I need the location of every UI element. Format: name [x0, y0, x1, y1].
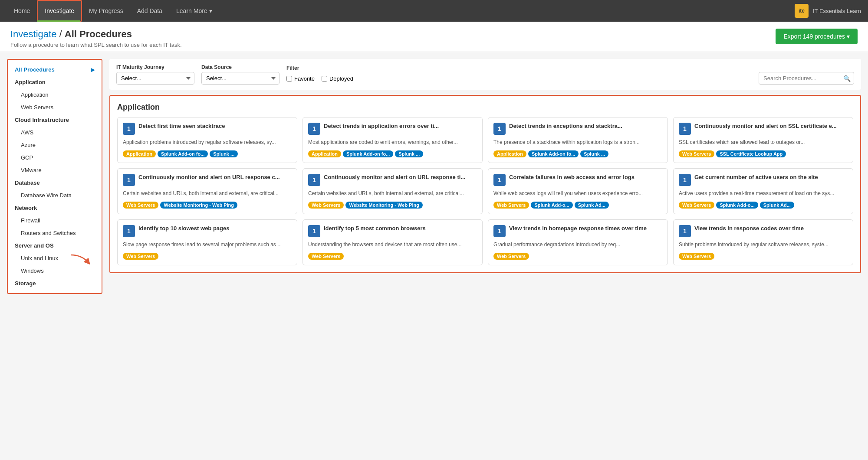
proc-tag[interactable]: Splunk Add-o... — [531, 202, 572, 209]
filters-bar: IT Maturity Journey Select... Data Sourc… — [109, 59, 861, 90]
proc-tag[interactable]: Splunk ... — [210, 150, 238, 157]
proc-tag[interactable]: Splunk Add-on fo... — [528, 150, 579, 157]
proc-description: The presence of a stacktrace within appl… — [493, 138, 662, 146]
procedure-card[interactable]: 1Continuously monitor and alert on URL r… — [302, 168, 483, 214]
section-title: Application — [117, 103, 853, 112]
proc-tag[interactable]: Web Servers — [493, 253, 529, 260]
sidebar-item-gcp[interactable]: GCP — [8, 151, 102, 164]
nav-investigate[interactable]: Investigate — [37, 0, 82, 22]
proc-description: Subtle problems introduced by regular so… — [679, 241, 848, 248]
procedure-card[interactable]: 1Continuously monitor and alert on SSL c… — [673, 117, 853, 163]
breadcrumb-area: Investigate / All Procedures Follow a pr… — [0, 22, 868, 52]
sidebar-item-web-servers[interactable]: Web Servers — [8, 101, 102, 114]
data-source-label: Data Source — [201, 64, 279, 70]
proc-tag[interactable]: Web Servers — [308, 202, 344, 209]
procedure-card[interactable]: 1Identify top 10 slowest web pagesSlow p… — [117, 219, 297, 265]
breadcrumb-main[interactable]: Investigate — [10, 29, 56, 39]
proc-number: 1 — [308, 174, 320, 186]
proc-title: Detect trends in exceptions and stacktra… — [509, 123, 622, 130]
sidebar-item-cloud-infrastructure[interactable]: Cloud Infrastructure — [8, 114, 102, 126]
search-button[interactable]: 🔍 — [843, 75, 851, 82]
proc-tag[interactable]: Website Monitoring - Web Ping — [160, 202, 237, 209]
deployed-label: Deployed — [329, 75, 353, 82]
proc-tag[interactable]: Web Servers — [679, 150, 714, 157]
proc-tags: Web Servers — [308, 253, 477, 260]
proc-tag[interactable]: Web Servers — [123, 253, 158, 260]
nav-home[interactable]: Home — [7, 0, 37, 22]
sidebar-item-windows[interactable]: Windows — [8, 264, 102, 277]
proc-tag[interactable]: Splunk Add-o... — [716, 202, 758, 209]
procedure-card[interactable]: 1Detect trends in exceptions and stacktr… — [488, 117, 668, 163]
breadcrumb-sub: All Procedures — [65, 29, 132, 39]
proc-tag[interactable]: Splunk Ad... — [760, 202, 794, 209]
nav-my-progress[interactable]: My Progress — [82, 0, 130, 22]
proc-description: While web access logs will tell you when… — [493, 189, 662, 197]
sidebar-item-server-os[interactable]: Server and OS — [8, 239, 102, 252]
proc-tag[interactable]: SSL Certificate Lookup App — [716, 150, 786, 157]
procedure-card[interactable]: 1View trends in homepage response times … — [488, 219, 668, 265]
nav-learn-more[interactable]: Learn More ▾ — [169, 0, 219, 22]
proc-tag[interactable]: Application — [308, 150, 341, 157]
proc-tag[interactable]: Application — [493, 150, 526, 157]
proc-title: Get current number of active users on th… — [694, 174, 818, 181]
content-area: IT Maturity Journey Select... Data Sourc… — [109, 59, 861, 294]
sidebar-item-firewall[interactable]: Firewall — [8, 214, 102, 227]
favorite-filter[interactable]: Favorite — [286, 75, 315, 82]
proc-number: 1 — [679, 123, 691, 135]
sidebar-item-storage[interactable]: Storage — [8, 277, 102, 290]
procedure-card[interactable]: 1Get current number of active users on t… — [673, 168, 853, 214]
proc-tag[interactable]: Web Servers — [679, 202, 714, 209]
procedure-card[interactable]: 1View trends in response codes over time… — [673, 219, 853, 265]
procedure-card[interactable]: 1Detect first time seen stacktraceApplic… — [117, 117, 297, 163]
proc-tag[interactable]: Splunk Add-on fo... — [343, 150, 393, 157]
procedure-card[interactable]: 1Correlate failures in web access and er… — [488, 168, 668, 214]
proc-tags: Web ServersWebsite Monitoring - Web Ping — [123, 202, 292, 209]
proc-tags: Web Servers — [493, 253, 662, 260]
sidebar-item-application[interactable]: Application — [8, 76, 102, 88]
deployed-filter[interactable]: Deployed — [322, 75, 353, 82]
user-avatar: ite — [795, 4, 809, 18]
proc-tag[interactable]: Web Servers — [123, 202, 158, 209]
data-source-select[interactable]: Select... — [201, 72, 279, 85]
proc-tags: ApplicationSplunk Add-on fo...Splunk ... — [308, 150, 477, 157]
favorite-checkbox[interactable] — [286, 76, 292, 82]
sidebar-item-aws[interactable]: AWS — [8, 126, 102, 139]
sidebar-item-database-wire-data[interactable]: Database Wire Data — [8, 189, 102, 202]
proc-tags: Web Servers — [679, 253, 848, 260]
filter-check-items: Favorite Deployed — [286, 73, 353, 85]
search-input[interactable] — [759, 72, 854, 85]
sidebar-item-routers-switches[interactable]: Routers and Switches — [8, 227, 102, 239]
sidebar-item-network[interactable]: Network — [8, 202, 102, 214]
sidebar-item-vmware[interactable]: VMware — [8, 164, 102, 176]
proc-tag[interactable]: Web Servers — [493, 202, 529, 209]
sidebar-item-azure[interactable]: Azure — [8, 139, 102, 151]
sidebar-item-unix-linux[interactable]: Unix and Linux — [8, 252, 102, 264]
proc-tag[interactable]: Splunk ... — [395, 150, 423, 157]
breadcrumb: Investigate / All Procedures — [10, 29, 182, 40]
it-maturity-label: IT Maturity Journey — [116, 64, 194, 70]
nav-add-data[interactable]: Add Data — [130, 0, 169, 22]
procedure-card[interactable]: 1Continuously monitor and alert on URL r… — [117, 168, 297, 214]
proc-tag[interactable]: Splunk ... — [580, 150, 608, 157]
procedure-card[interactable]: 1Detect trends in application errors ove… — [302, 117, 483, 163]
chevron-right-icon: ▶ — [91, 67, 95, 73]
proc-tag[interactable]: Web Servers — [679, 253, 714, 260]
proc-number: 1 — [123, 123, 135, 135]
procedure-card[interactable]: 1Identify top 5 most common browsersUnde… — [302, 219, 483, 265]
user-name: IT Essentials Learn — [813, 8, 861, 14]
proc-title: Continuously monitor and alert on URL re… — [138, 174, 280, 181]
proc-tag[interactable]: Splunk Ad... — [575, 202, 609, 209]
proc-title: Identify top 5 most common browsers — [324, 225, 426, 232]
proc-tag[interactable]: Website Monitoring - Web Ping — [345, 202, 423, 209]
sidebar-item-application-sub[interactable]: Application — [8, 88, 102, 101]
proc-number: 1 — [493, 123, 506, 135]
sidebar-item-all-procedures[interactable]: All Procedures ▶ — [8, 63, 102, 76]
proc-tag[interactable]: Application — [123, 150, 156, 157]
deployed-checkbox[interactable] — [322, 76, 327, 82]
it-maturity-select[interactable]: Select... — [116, 72, 194, 85]
export-button[interactable]: Export 149 procedures ▾ — [776, 29, 858, 44]
proc-description: Most applications are coded to emit erro… — [308, 138, 477, 146]
proc-tag[interactable]: Web Servers — [308, 253, 344, 260]
sidebar-item-database[interactable]: Database — [8, 176, 102, 189]
proc-tag[interactable]: Splunk Add-on fo... — [158, 150, 208, 157]
